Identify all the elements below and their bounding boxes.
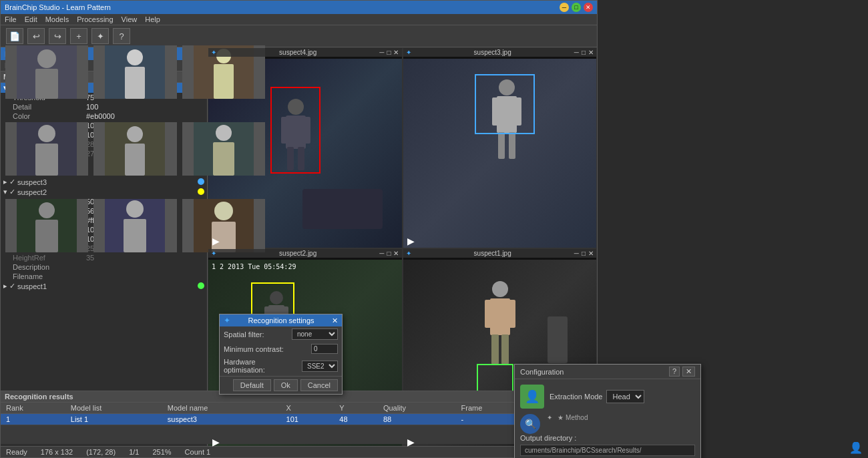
- config-mode-row: Extraction Mode Head Body Face: [550, 390, 695, 403]
- new-button[interactable]: 📄: [6, 28, 23, 44]
- svg-rect-21: [509, 300, 515, 328]
- video4-maximize[interactable]: □: [387, 49, 391, 56]
- svg-rect-20: [485, 300, 491, 328]
- config-extraction-select[interactable]: Head Body Face: [606, 390, 644, 403]
- video4-corner-icon: ✦: [211, 49, 216, 56]
- video2-titlebar: ✦ suspect2.jpg ─ □ ✕: [208, 249, 402, 258]
- svg-point-40: [216, 125, 232, 141]
- video3-controls: ─ □ ✕: [574, 49, 594, 56]
- model-check-suspect2[interactable]: ✓: [9, 188, 15, 196]
- video1-maximize[interactable]: □: [582, 250, 586, 257]
- svg-rect-35: [35, 144, 58, 176]
- status-coords: (172, 28): [86, 448, 116, 456]
- main-close[interactable]: ✕: [584, 3, 593, 12]
- status-dimensions: 176 x 132: [41, 448, 73, 456]
- video1-controls: ─ □ ✕: [574, 250, 594, 257]
- video3-maximize[interactable]: □: [582, 49, 586, 56]
- svg-rect-47: [124, 219, 146, 252]
- svg-rect-41: [213, 142, 234, 176]
- video2-maximize[interactable]: □: [387, 250, 391, 257]
- undo-button[interactable]: ↩: [27, 28, 45, 44]
- main-minimize[interactable]: ─: [560, 3, 569, 12]
- config-help[interactable]: ?: [669, 367, 680, 377]
- video3-minimize[interactable]: ─: [574, 49, 579, 56]
- video4-title: suspect4.jpg: [279, 49, 316, 56]
- min-contrast-label: Minimum contrast:: [224, 345, 284, 353]
- video3-corner-icon: ✦: [406, 49, 411, 56]
- video2-minimize[interactable]: ─: [379, 250, 384, 257]
- star-button[interactable]: ✦: [91, 28, 109, 44]
- video1-play-btn[interactable]: ▶: [407, 437, 415, 447]
- main-maximize[interactable]: □: [572, 3, 581, 12]
- hw-optimisation-row: Hardware optimisation: SSE2 AVX none: [220, 356, 342, 376]
- menu-processing[interactable]: Processing: [77, 15, 113, 23]
- main-title: BrainChip Studio - Learn Pattern: [5, 3, 111, 11]
- recog-default-button[interactable]: Default: [233, 379, 271, 391]
- hw-optimisation-select[interactable]: SSE2 AVX none: [302, 361, 338, 372]
- video4-close[interactable]: ✕: [393, 49, 399, 56]
- video3-titlebar: ✦ suspect3.jpg ─ □ ✕: [403, 48, 597, 57]
- menu-file[interactable]: File: [5, 15, 17, 23]
- menu-view[interactable]: View: [122, 15, 138, 23]
- recog-settings-title: Recognition settings: [248, 316, 314, 324]
- video1-title: suspect1.jpg: [474, 250, 511, 257]
- recog-cancel-button[interactable]: Cancel: [300, 379, 338, 391]
- redo-button[interactable]: ↪: [49, 28, 66, 44]
- video4-titlebar: ✦ suspect4.jpg ─ □ ✕: [208, 48, 402, 57]
- model-arrow-suspect2: ▾: [3, 188, 7, 196]
- cell-model-list: List 1: [65, 414, 162, 425]
- hw-optimisation-label: Hardware optimisation:: [224, 358, 298, 374]
- model-suspect1[interactable]: ▸ ✓ suspect1: [1, 281, 207, 291]
- recognition-settings-dialog: ✦ Recognition settings ✕ Spatial filter:…: [219, 314, 343, 395]
- recog-settings-buttons: Default Ok Cancel: [220, 376, 342, 394]
- video3-close[interactable]: ✕: [588, 49, 594, 56]
- svg-rect-44: [35, 220, 58, 252]
- recognition-title: Recognition results: [5, 393, 73, 401]
- svg-rect-22: [491, 334, 499, 365]
- svg-rect-26: [35, 69, 58, 99]
- video1-minimize[interactable]: ─: [574, 250, 579, 257]
- list-item: 4 - 73 ● ◀◀ ▶▶: [182, 113, 266, 186]
- menubar: File Edit Models Processing View Help: [1, 14, 597, 25]
- model-check-suspect1[interactable]: ✓: [9, 282, 15, 290]
- video1-close[interactable]: ✕: [588, 250, 594, 257]
- recog-settings-title-icon: ✦: [224, 316, 230, 325]
- col-quality: Quality: [378, 403, 456, 414]
- recog-settings-close[interactable]: ✕: [332, 316, 338, 325]
- video1-corner-icon: ✦: [406, 250, 411, 257]
- model-color-suspect2: [198, 188, 204, 196]
- model-check-suspect3[interactable]: ✓: [9, 178, 15, 186]
- min-contrast-input[interactable]: [311, 344, 338, 354]
- menu-models[interactable]: Models: [45, 15, 69, 23]
- model-name-suspect1-label: suspect1: [17, 282, 47, 290]
- video2-play-btn[interactable]: ▶: [212, 437, 220, 447]
- help-button[interactable]: ?: [113, 28, 130, 44]
- svg-point-37: [127, 126, 143, 142]
- model-suspect2[interactable]: ▾ ✓ suspect2: [1, 187, 207, 197]
- config-close[interactable]: ✕: [682, 367, 695, 377]
- search-person-icon: 👤: [849, 441, 863, 454]
- prop2-description: Description: [1, 262, 207, 272]
- config-extraction-row: 👤 Extraction Mode Head Body Face: [520, 385, 695, 409]
- config-search-icon: 🔍: [520, 414, 540, 434]
- video4-minimize[interactable]: ─: [379, 49, 384, 56]
- model-suspect3[interactable]: ▸ ✓ suspect3: [1, 177, 207, 187]
- config-content: 👤 Extraction Mode Head Body Face 🔍 ✦ ★ M…: [515, 379, 700, 458]
- menu-help[interactable]: Help: [145, 15, 160, 23]
- model-arrow-suspect1: ▸: [3, 282, 7, 290]
- min-contrast-row: Minimum contrast:: [220, 342, 342, 356]
- toolbar: 📄 ↩ ↪ + ✦ ?: [1, 25, 597, 47]
- table-row[interactable]: 1 List 1 suspect3 101 48 88 - 100%: [1, 414, 598, 425]
- spatial-filter-label: Spatial filter:: [224, 330, 264, 338]
- menu-edit[interactable]: Edit: [25, 15, 37, 23]
- status-count: Count 1: [185, 448, 211, 456]
- video4-play-btn[interactable]: ▶: [212, 236, 220, 246]
- video3-play-btn[interactable]: ▶: [407, 236, 415, 246]
- add-button[interactable]: +: [70, 28, 87, 44]
- status-zoom: 251%: [152, 448, 171, 456]
- spatial-filter-select[interactable]: none gaussian median: [292, 328, 338, 340]
- video3-title: suspect3.jpg: [474, 49, 511, 56]
- main-titlebar: BrainChip Studio - Learn Pattern ─ □ ✕: [1, 1, 597, 14]
- recog-ok-button[interactable]: Ok: [274, 379, 298, 391]
- video2-close[interactable]: ✕: [393, 250, 399, 257]
